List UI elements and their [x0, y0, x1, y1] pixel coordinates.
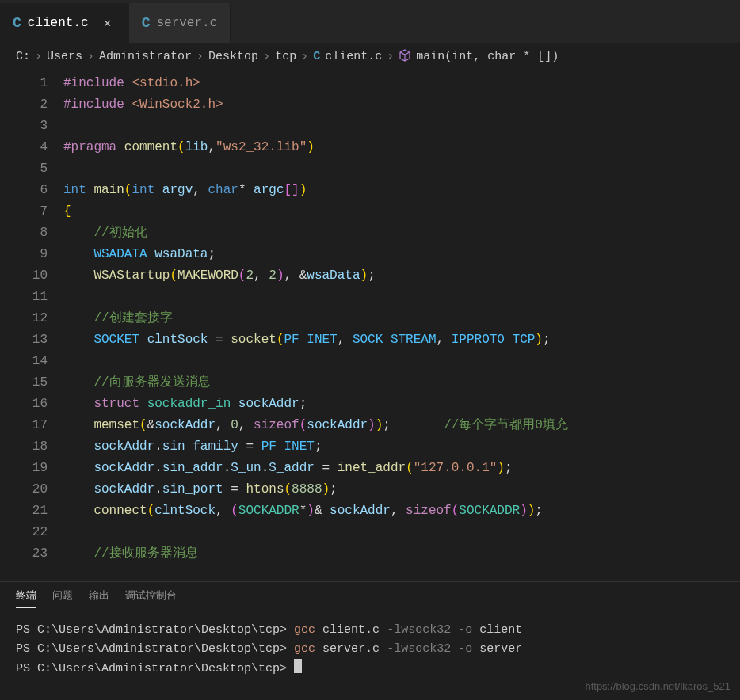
crumb[interactable]: C:	[16, 50, 30, 63]
terminal-line: PS C:\Users\Administrator\Desktop\tcp>	[16, 659, 724, 679]
line-number: 9	[0, 244, 48, 265]
c-file-icon: C	[313, 50, 320, 63]
line-number: 21	[0, 500, 48, 522]
line-number: 19	[0, 458, 48, 479]
c-file-icon: C	[142, 15, 151, 31]
code-line[interactable]: #include <WinSock2.h>	[63, 94, 740, 116]
code-line[interactable]: //接收服务器消息	[63, 543, 740, 565]
code-line[interactable]: //向服务器发送消息	[63, 372, 740, 394]
line-number: 1	[0, 73, 48, 94]
panel-tab-problems[interactable]: 问题	[52, 588, 73, 608]
code-line[interactable]	[63, 287, 740, 308]
method-icon	[399, 49, 411, 64]
tab-client[interactable]: C client.c ✕	[0, 3, 129, 43]
code-line[interactable]: //创建套接字	[63, 308, 740, 329]
line-number: 7	[0, 201, 48, 223]
line-number: 11	[0, 287, 48, 308]
breadcrumb: C:› Users› Administrator› Desktop› tcp› …	[0, 43, 740, 70]
line-number: 17	[0, 415, 48, 436]
panel-tabs: 终端 问题 输出 调试控制台	[0, 582, 740, 614]
line-number: 2	[0, 94, 48, 116]
code-line[interactable]: WSAStartup(MAKEWORD(2, 2), &wsaData);	[63, 265, 740, 287]
line-number: 22	[0, 522, 48, 543]
code-line[interactable]: {	[63, 201, 740, 223]
code-line[interactable]: WSADATA wsaData;	[63, 244, 740, 265]
code-line[interactable]	[63, 351, 740, 372]
code-line[interactable]: //初始化	[63, 223, 740, 244]
crumb[interactable]: Users	[47, 50, 82, 63]
line-number: 8	[0, 223, 48, 244]
c-file-icon: C	[13, 15, 21, 31]
crumb[interactable]: tcp	[275, 50, 296, 63]
line-number: 10	[0, 265, 48, 287]
line-number: 3	[0, 116, 48, 137]
code-line[interactable]: struct sockaddr_in sockAddr;	[63, 394, 740, 415]
code-line[interactable]: #pragma comment(lib,"ws2_32.lib")	[63, 137, 740, 158]
line-number: 6	[0, 180, 48, 201]
code-line[interactable]: sockAddr.sin_family = PF_INET;	[63, 436, 740, 458]
line-number: 20	[0, 479, 48, 500]
code-line[interactable]: #include <stdio.h>	[63, 73, 740, 94]
crumb-symbol[interactable]: main(int, char * [])	[416, 50, 559, 63]
line-number: 13	[0, 329, 48, 351]
panel-tab-terminal[interactable]: 终端	[16, 588, 36, 608]
watermark: https://blog.csdn.net/lkaros_521	[585, 680, 730, 692]
code-content[interactable]: #include <stdio.h>#include <WinSock2.h>#…	[63, 73, 740, 581]
crumb-file[interactable]: client.c	[325, 50, 382, 63]
code-line[interactable]: connect(clntSock, (SOCKADDR*)& sockAddr,…	[63, 500, 740, 522]
terminal-line: PS C:\Users\Administrator\Desktop\tcp> g…	[16, 621, 724, 640]
tab-label: client.c	[28, 16, 89, 30]
code-line[interactable]	[63, 522, 740, 543]
tab-label: server.c	[156, 16, 217, 30]
line-number: 14	[0, 351, 48, 372]
code-line[interactable]: int main(int argv, char* argc[])	[63, 180, 740, 201]
terminal-cursor	[294, 659, 302, 673]
line-number: 4	[0, 137, 48, 158]
line-gutter: 1234567891011121314151617181920212223	[0, 73, 63, 581]
line-number: 18	[0, 436, 48, 458]
terminal-line: PS C:\Users\Administrator\Desktop\tcp> g…	[16, 640, 724, 659]
line-number: 23	[0, 543, 48, 565]
panel-tab-output[interactable]: 输出	[89, 588, 109, 608]
crumb[interactable]: Administrator	[99, 50, 192, 63]
line-number: 16	[0, 394, 48, 415]
tab-server[interactable]: C server.c	[129, 3, 231, 43]
code-line[interactable]: sockAddr.sin_port = htons(8888);	[63, 479, 740, 500]
panel-tab-debug[interactable]: 调试控制台	[125, 588, 177, 608]
close-icon[interactable]: ✕	[100, 15, 116, 31]
line-number: 12	[0, 308, 48, 329]
code-line[interactable]: sockAddr.sin_addr.S_un.S_addr = inet_add…	[63, 458, 740, 479]
crumb[interactable]: Desktop	[208, 50, 258, 63]
code-line[interactable]	[63, 116, 740, 137]
code-editor[interactable]: 1234567891011121314151617181920212223 #i…	[0, 70, 740, 581]
code-line[interactable]: memset(&sockAddr, 0, sizeof(sockAddr)); …	[63, 415, 740, 436]
line-number: 5	[0, 158, 48, 180]
line-number: 15	[0, 372, 48, 394]
editor-tabs: C client.c ✕ C server.c	[0, 0, 740, 43]
code-line[interactable]: SOCKET clntSock = socket(PF_INET, SOCK_S…	[63, 329, 740, 351]
code-line[interactable]	[63, 158, 740, 180]
